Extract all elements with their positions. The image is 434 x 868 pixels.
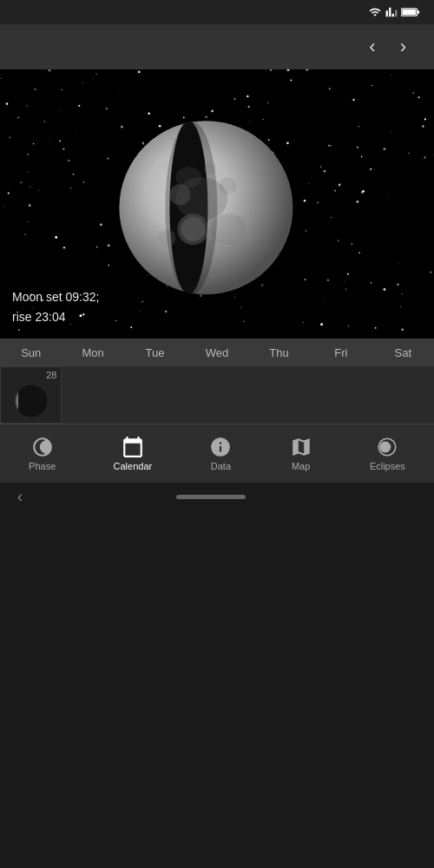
gesture-bar: ‹ xyxy=(0,483,434,510)
calendar-grid: 28 xyxy=(0,366,434,424)
day-header-sun: Sun xyxy=(0,346,62,359)
map-icon xyxy=(290,436,312,458)
nav-map[interactable]: Map xyxy=(283,432,319,475)
day-header-thu: Thu xyxy=(248,346,310,359)
svg-rect-2 xyxy=(418,10,419,13)
next-month-button[interactable]: › xyxy=(393,32,413,62)
svg-point-17 xyxy=(165,121,217,294)
svg-point-19 xyxy=(380,442,391,453)
nav-data-label: Data xyxy=(211,461,231,471)
day-header-wed: Wed xyxy=(186,346,247,359)
nav-calendar-label: Calendar xyxy=(114,461,153,471)
calendar-section: Sun Mon Tue Wed Thu Fri Sat 28 xyxy=(0,339,434,424)
status-bar xyxy=(0,0,434,24)
calendar-cell-0[interactable]: 28 xyxy=(0,366,62,424)
day-header-fri: Fri xyxy=(310,346,372,359)
calendar-icon xyxy=(122,436,144,458)
svg-rect-1 xyxy=(402,10,416,15)
day-number: 28 xyxy=(46,370,61,381)
moon-phase-icon xyxy=(12,382,50,420)
nav-map-label: Map xyxy=(292,461,310,471)
day-header-sat: Sat xyxy=(372,346,434,359)
nav-calendar[interactable]: Calendar xyxy=(107,432,160,475)
moon-set-time: Moon set 09:32; xyxy=(12,287,99,306)
nav-data[interactable]: Data xyxy=(202,432,239,475)
bottom-nav: Phase Calendar Data Map Eclipses xyxy=(0,424,434,483)
day-headers: Sun Mon Tue Wed Thu Fri Sat xyxy=(0,339,434,366)
nav-eclipses-label: Eclipses xyxy=(370,461,405,471)
moon-rise-time: rise 23:04 xyxy=(12,307,99,326)
day-header-mon: Mon xyxy=(62,346,123,359)
info-icon xyxy=(209,436,232,458)
signal-icon xyxy=(385,6,398,18)
status-icons xyxy=(368,6,424,18)
moon-rise-set-times: Moon set 09:32; rise 23:04 xyxy=(12,287,99,326)
top-nav: ‹ › xyxy=(0,24,434,69)
nav-eclipses[interactable]: Eclipses xyxy=(363,432,412,475)
eclipse-icon xyxy=(376,436,398,458)
day-header-tue: Tue xyxy=(124,346,186,359)
wifi-icon xyxy=(368,6,382,18)
moon-icon xyxy=(31,436,54,458)
moon-image xyxy=(115,116,297,299)
nav-phase[interactable]: Phase xyxy=(22,432,62,475)
nav-phase-label: Phase xyxy=(29,461,56,471)
moon-image-area: Moon set 09:32; rise 23:04 xyxy=(0,69,434,339)
battery-icon xyxy=(401,6,420,18)
gesture-pill xyxy=(176,495,246,499)
back-chevron[interactable]: ‹ xyxy=(17,488,23,506)
prev-month-button[interactable]: ‹ xyxy=(362,32,382,62)
